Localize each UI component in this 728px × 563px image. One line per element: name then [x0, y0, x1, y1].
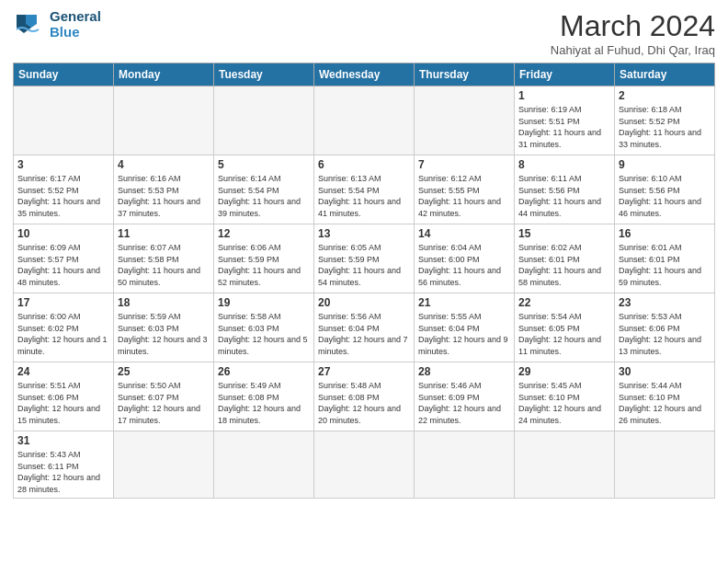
day-info: Sunrise: 6:19 AM Sunset: 5:51 PM Dayligh…: [518, 104, 610, 150]
day-cell: 28Sunrise: 5:46 AM Sunset: 6:09 PM Dayli…: [415, 362, 515, 431]
day-cell: 3Sunrise: 6:17 AM Sunset: 5:52 PM Daylig…: [14, 155, 114, 224]
day-number: 11: [118, 227, 210, 240]
day-info: Sunrise: 6:10 AM Sunset: 5:56 PM Dayligh…: [619, 173, 711, 219]
day-info: Sunrise: 5:56 AM Sunset: 6:04 PM Dayligh…: [318, 311, 410, 357]
day-number: 14: [418, 227, 510, 240]
day-info: Sunrise: 6:02 AM Sunset: 6:01 PM Dayligh…: [518, 242, 610, 288]
day-info: Sunrise: 6:05 AM Sunset: 5:59 PM Dayligh…: [318, 242, 410, 288]
day-cell: [14, 86, 114, 155]
day-number: 22: [518, 296, 610, 309]
day-number: 7: [418, 158, 510, 171]
day-number: 19: [218, 296, 310, 309]
day-cell: 1Sunrise: 6:19 AM Sunset: 5:51 PM Daylig…: [515, 86, 615, 155]
day-cell: [214, 86, 314, 155]
logo-icon: [13, 11, 46, 39]
day-number: 8: [518, 158, 610, 171]
weekday-header-sunday: Sunday: [14, 63, 114, 86]
day-cell: 20Sunrise: 5:56 AM Sunset: 6:04 PM Dayli…: [314, 293, 415, 362]
day-number: 13: [318, 227, 410, 240]
day-info: Sunrise: 5:48 AM Sunset: 6:08 PM Dayligh…: [318, 380, 410, 426]
day-cell: 27Sunrise: 5:48 AM Sunset: 6:08 PM Dayli…: [314, 362, 415, 431]
day-cell: 19Sunrise: 5:58 AM Sunset: 6:03 PM Dayli…: [214, 293, 314, 362]
logo-text: GeneralBlue: [50, 9, 101, 40]
day-cell: 21Sunrise: 5:55 AM Sunset: 6:04 PM Dayli…: [415, 293, 515, 362]
day-number: 1: [518, 89, 610, 102]
week-row-3: 10Sunrise: 6:09 AM Sunset: 5:57 PM Dayli…: [14, 224, 715, 293]
day-cell: 2Sunrise: 6:18 AM Sunset: 5:52 PM Daylig…: [615, 86, 715, 155]
day-cell: 22Sunrise: 5:54 AM Sunset: 6:05 PM Dayli…: [515, 293, 615, 362]
day-info: Sunrise: 5:54 AM Sunset: 6:05 PM Dayligh…: [518, 311, 610, 357]
header: GeneralBlue March 2024 Nahiyat al Fuhud,…: [13, 9, 715, 57]
day-info: Sunrise: 5:44 AM Sunset: 6:10 PM Dayligh…: [619, 380, 711, 426]
day-cell: 4Sunrise: 6:16 AM Sunset: 5:53 PM Daylig…: [114, 155, 214, 224]
week-row-6: 31Sunrise: 5:43 AM Sunset: 6:11 PM Dayli…: [14, 431, 715, 499]
day-info: Sunrise: 6:16 AM Sunset: 5:53 PM Dayligh…: [118, 173, 210, 219]
day-cell: [415, 431, 515, 499]
day-cell: 12Sunrise: 6:06 AM Sunset: 5:59 PM Dayli…: [214, 224, 314, 293]
day-cell: [214, 431, 314, 499]
weekday-header-friday: Friday: [515, 63, 615, 86]
day-cell: 8Sunrise: 6:11 AM Sunset: 5:56 PM Daylig…: [515, 155, 615, 224]
day-number: 28: [418, 365, 510, 378]
day-number: 20: [318, 296, 410, 309]
day-cell: 18Sunrise: 5:59 AM Sunset: 6:03 PM Dayli…: [114, 293, 214, 362]
day-cell: 7Sunrise: 6:12 AM Sunset: 5:55 PM Daylig…: [415, 155, 515, 224]
day-cell: 9Sunrise: 6:10 AM Sunset: 5:56 PM Daylig…: [615, 155, 715, 224]
day-number: 27: [318, 365, 410, 378]
day-info: Sunrise: 6:13 AM Sunset: 5:54 PM Dayligh…: [318, 173, 410, 219]
day-info: Sunrise: 5:53 AM Sunset: 6:06 PM Dayligh…: [619, 311, 711, 357]
day-number: 21: [418, 296, 510, 309]
day-info: Sunrise: 5:46 AM Sunset: 6:09 PM Dayligh…: [418, 380, 510, 426]
day-number: 29: [518, 365, 610, 378]
day-number: 10: [17, 227, 109, 240]
day-number: 30: [619, 365, 711, 378]
day-number: 6: [318, 158, 410, 171]
day-number: 24: [17, 365, 109, 378]
day-info: Sunrise: 6:04 AM Sunset: 6:00 PM Dayligh…: [418, 242, 510, 288]
day-number: 4: [118, 158, 210, 171]
day-cell: 14Sunrise: 6:04 AM Sunset: 6:00 PM Dayli…: [415, 224, 515, 293]
day-number: 2: [619, 89, 711, 102]
day-cell: [314, 86, 415, 155]
weekday-header-row: SundayMondayTuesdayWednesdayThursdayFrid…: [14, 63, 715, 86]
day-info: Sunrise: 5:55 AM Sunset: 6:04 PM Dayligh…: [418, 311, 510, 357]
day-number: 25: [118, 365, 210, 378]
day-cell: 6Sunrise: 6:13 AM Sunset: 5:54 PM Daylig…: [314, 155, 415, 224]
logo: GeneralBlue: [13, 9, 101, 40]
weekday-header-wednesday: Wednesday: [314, 63, 415, 86]
day-info: Sunrise: 5:51 AM Sunset: 6:06 PM Dayligh…: [17, 380, 109, 426]
day-info: Sunrise: 6:06 AM Sunset: 5:59 PM Dayligh…: [218, 242, 310, 288]
subtitle: Nahiyat al Fuhud, Dhi Qar, Iraq: [551, 43, 715, 57]
week-row-4: 17Sunrise: 6:00 AM Sunset: 6:02 PM Dayli…: [14, 293, 715, 362]
day-info: Sunrise: 5:58 AM Sunset: 6:03 PM Dayligh…: [218, 311, 310, 357]
day-cell: 29Sunrise: 5:45 AM Sunset: 6:10 PM Dayli…: [515, 362, 615, 431]
day-cell: [415, 86, 515, 155]
day-number: 23: [619, 296, 711, 309]
day-cell: 26Sunrise: 5:49 AM Sunset: 6:08 PM Dayli…: [214, 362, 314, 431]
day-info: Sunrise: 5:45 AM Sunset: 6:10 PM Dayligh…: [518, 380, 610, 426]
day-info: Sunrise: 6:00 AM Sunset: 6:02 PM Dayligh…: [17, 311, 109, 357]
day-info: Sunrise: 6:14 AM Sunset: 5:54 PM Dayligh…: [218, 173, 310, 219]
day-number: 5: [218, 158, 310, 171]
day-cell: 31Sunrise: 5:43 AM Sunset: 6:11 PM Dayli…: [14, 431, 114, 499]
day-number: 3: [17, 158, 109, 171]
day-info: Sunrise: 6:11 AM Sunset: 5:56 PM Dayligh…: [518, 173, 610, 219]
day-number: 9: [619, 158, 711, 171]
day-cell: 10Sunrise: 6:09 AM Sunset: 5:57 PM Dayli…: [14, 224, 114, 293]
day-number: 31: [17, 434, 109, 447]
week-row-5: 24Sunrise: 5:51 AM Sunset: 6:06 PM Dayli…: [14, 362, 715, 431]
day-info: Sunrise: 5:50 AM Sunset: 6:07 PM Dayligh…: [118, 380, 210, 426]
day-cell: 25Sunrise: 5:50 AM Sunset: 6:07 PM Dayli…: [114, 362, 214, 431]
day-cell: 23Sunrise: 5:53 AM Sunset: 6:06 PM Dayli…: [615, 293, 715, 362]
weekday-header-saturday: Saturday: [615, 63, 715, 86]
week-row-1: 1Sunrise: 6:19 AM Sunset: 5:51 PM Daylig…: [14, 86, 715, 155]
day-cell: [314, 431, 415, 499]
day-info: Sunrise: 6:01 AM Sunset: 6:01 PM Dayligh…: [619, 242, 711, 288]
day-info: Sunrise: 6:17 AM Sunset: 5:52 PM Dayligh…: [17, 173, 109, 219]
day-info: Sunrise: 5:49 AM Sunset: 6:08 PM Dayligh…: [218, 380, 310, 426]
day-number: 18: [118, 296, 210, 309]
day-number: 15: [518, 227, 610, 240]
day-cell: 24Sunrise: 5:51 AM Sunset: 6:06 PM Dayli…: [14, 362, 114, 431]
day-cell: 16Sunrise: 6:01 AM Sunset: 6:01 PM Dayli…: [615, 224, 715, 293]
day-cell: 17Sunrise: 6:00 AM Sunset: 6:02 PM Dayli…: [14, 293, 114, 362]
